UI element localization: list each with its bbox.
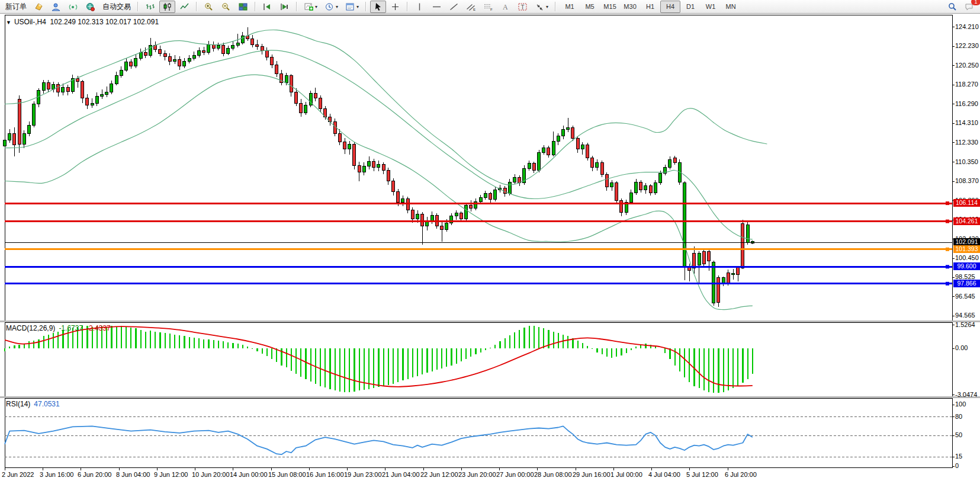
add-indicator-button[interactable]: ▾ xyxy=(301,1,320,13)
ohlc-values: 102.249 102.313 102.017 102.091 xyxy=(50,18,159,26)
toolbar-separator xyxy=(407,2,408,11)
rsi-axis-label: 0 xyxy=(955,462,959,469)
price-tag: 104.261 xyxy=(953,217,980,225)
time-axis-label: 10 Jun 20:00 xyxy=(192,471,230,478)
timeframe-h1-button[interactable]: H1 xyxy=(640,1,660,13)
line-chart-button[interactable] xyxy=(176,1,192,13)
time-axis-label: 15 Jun 08:00 xyxy=(268,471,306,478)
notifications-button[interactable]: 1 xyxy=(962,1,978,13)
price-axis-label: 108.370 xyxy=(955,177,979,184)
time-axis-label: 14 Jun 00:00 xyxy=(230,471,268,478)
text-button[interactable]: A xyxy=(497,1,513,13)
time-axis-label: 6 Jul 20:00 xyxy=(725,471,757,478)
toolbar-separator xyxy=(196,2,197,11)
macd-indicator-label: MACD(12,26,9)-1.6737-2.4337 xyxy=(6,324,111,332)
price-tag: 97.866 xyxy=(953,280,980,287)
chevron-down-icon: ▾ xyxy=(546,4,548,9)
svg-text:E: E xyxy=(473,8,475,11)
arrows-button[interactable]: ▾ xyxy=(532,1,551,13)
timeframe-m15-button[interactable]: M15 xyxy=(600,1,620,13)
chevron-down-icon: ▾ xyxy=(356,4,359,9)
time-axis-label: 23 Jun 20:00 xyxy=(458,471,496,478)
price-axis-label: 114.310 xyxy=(955,119,978,126)
time-axis-label: 29 Jun 16:00 xyxy=(573,471,611,478)
time-axis-label: 3 Jun 16:00 xyxy=(40,471,74,478)
price-axis-label: 94.565 xyxy=(955,312,975,319)
svg-text:F: F xyxy=(490,8,493,11)
rsi-axis-label: 15 xyxy=(955,453,962,460)
rsi-axis-label: 100 xyxy=(955,400,966,408)
time-axis-label: 6 Jun 20:00 xyxy=(78,471,112,478)
time-axis-label: 5 Jul 12:00 xyxy=(686,471,718,478)
gold-icon[interactable] xyxy=(31,1,47,13)
timeframe-w1-button[interactable]: W1 xyxy=(701,1,721,13)
chart-canvas[interactable] xyxy=(0,14,980,484)
candlestick-chart-button[interactable] xyxy=(159,1,175,13)
autotrade-button[interactable]: 自动交易 xyxy=(99,1,134,13)
price-axis-label: 96.545 xyxy=(955,293,975,300)
timeframe-m1-button[interactable]: M1 xyxy=(560,1,580,13)
label-button[interactable]: T xyxy=(515,1,531,13)
chart-window[interactable]: 124.210122.230120.250118.270116.290114.3… xyxy=(0,14,980,484)
time-axis-label: 16 Jun 16:00 xyxy=(306,471,344,478)
trendline-button[interactable] xyxy=(446,1,462,13)
new-order-button[interactable]: 新订单 xyxy=(2,1,30,13)
chart-shift-button[interactable] xyxy=(277,1,293,13)
macd-axis-label: -3.0474 xyxy=(955,391,977,398)
timeframe-m30-button[interactable]: M30 xyxy=(620,1,640,13)
timeframe-m5-button[interactable]: M5 xyxy=(580,1,600,13)
price-tag: 101.393 xyxy=(953,245,980,253)
price-axis-label: 116.290 xyxy=(955,100,978,107)
autoscroll-button[interactable] xyxy=(259,1,275,13)
fibonacci-button[interactable]: F xyxy=(480,1,496,13)
price-axis-label: 122.230 xyxy=(955,42,979,49)
svg-text:A: A xyxy=(503,3,508,11)
svg-text:T: T xyxy=(521,4,525,10)
time-axis-label: 2 Jun 2022 xyxy=(2,471,34,478)
macd-axis-label: 1.5264 xyxy=(955,321,975,328)
time-axis-label: 22 Jun 12:00 xyxy=(420,471,458,478)
price-axis-label: 118.270 xyxy=(955,81,978,88)
chevron-down-icon: ▾ xyxy=(315,4,317,9)
timeframe-mn-button[interactable]: MN xyxy=(721,1,741,13)
bar-chart-button[interactable] xyxy=(142,1,158,13)
price-tag: 106.114 xyxy=(953,199,980,207)
rsi-axis-label: 80 xyxy=(955,413,962,420)
price-axis-label: 100.450 xyxy=(955,254,979,261)
collapse-triangle-icon[interactable]: ▼ xyxy=(6,20,11,25)
timeframe-h4-button[interactable]: H4 xyxy=(660,1,680,13)
time-axis-label: 21 Jun 04:00 xyxy=(382,471,420,478)
toolbar-separator xyxy=(296,2,297,11)
zoom-out-button[interactable] xyxy=(218,1,234,13)
vline-button[interactable] xyxy=(412,1,428,13)
macd-signal-value: -2.4337 xyxy=(86,324,111,332)
timeframe-group: M1M5M15M30H1H4D1W1MN xyxy=(560,1,741,13)
time-axis-label: 28 Jun 08:00 xyxy=(534,471,572,478)
macd-name: MACD(12,26,9) xyxy=(6,324,55,332)
hline-button[interactable] xyxy=(429,1,445,13)
time-axis-label: 4 Jul 04:00 xyxy=(648,471,680,478)
price-axis-label: 124.210 xyxy=(955,23,979,30)
signals-icon[interactable] xyxy=(65,1,81,13)
channel-button[interactable]: E xyxy=(463,1,479,13)
crosshair-button[interactable] xyxy=(387,1,403,13)
timeframe-d1-button[interactable]: D1 xyxy=(680,1,701,13)
tile-windows-button[interactable] xyxy=(235,1,251,13)
price-axis-label: 110.350 xyxy=(955,158,978,165)
chart-title: ▼USOil-,H4 102.249 102.313 102.017 102.0… xyxy=(6,18,159,26)
market-icon[interactable] xyxy=(82,1,98,13)
toolbar-separator xyxy=(137,2,139,11)
rsi-indicator-label: RSI(14)47.0531 xyxy=(6,400,60,408)
main-toolbar: 新订单 自动交易 ▾ ▾ xyxy=(0,0,980,14)
account-icon[interactable] xyxy=(48,1,64,13)
templates-button[interactable]: ▾ xyxy=(342,1,362,13)
search-icon[interactable] xyxy=(944,1,960,13)
cursor-button[interactable] xyxy=(370,1,386,13)
time-axis-label: 19 Jun 23:00 xyxy=(344,471,382,478)
time-axis-label: 9 Jun 12:00 xyxy=(154,471,188,478)
rsi-name: RSI(14) xyxy=(6,400,30,408)
rsi-value: 47.0531 xyxy=(34,400,59,408)
periods-button[interactable]: ▾ xyxy=(322,1,341,13)
toolbar-separator xyxy=(255,2,256,11)
zoom-in-button[interactable] xyxy=(201,1,217,13)
